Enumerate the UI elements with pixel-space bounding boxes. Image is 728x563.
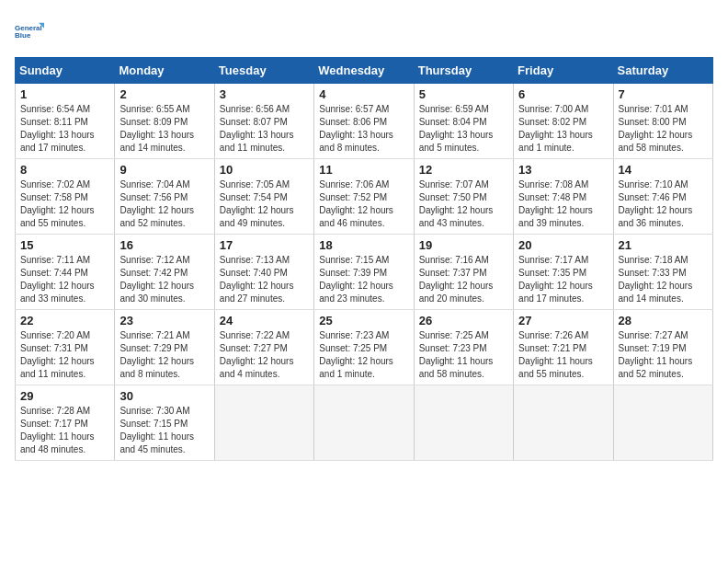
calendar-cell <box>214 385 313 461</box>
col-header-saturday: Saturday <box>613 58 712 84</box>
calendar-cell: 1Sunrise: 6:54 AM Sunset: 8:11 PM Daylig… <box>16 84 115 159</box>
calendar-cell: 6Sunrise: 7:00 AM Sunset: 8:02 PM Daylig… <box>514 84 613 159</box>
page-header: GeneralBlue <box>15 15 713 48</box>
calendar-cell: 14Sunrise: 7:10 AM Sunset: 7:46 PM Dayli… <box>613 159 712 235</box>
calendar-cell: 18Sunrise: 7:15 AM Sunset: 7:39 PM Dayli… <box>314 235 414 310</box>
day-number: 2 <box>119 87 209 101</box>
calendar-cell: 25Sunrise: 7:23 AM Sunset: 7:25 PM Dayli… <box>314 310 414 385</box>
col-header-monday: Monday <box>115 58 214 84</box>
calendar-cell: 23Sunrise: 7:21 AM Sunset: 7:29 PM Dayli… <box>115 310 214 385</box>
day-info: Sunrise: 7:07 AM Sunset: 7:50 PM Dayligh… <box>419 178 508 230</box>
day-number: 24 <box>220 314 309 327</box>
day-number: 10 <box>220 163 309 177</box>
day-number: 6 <box>518 87 608 101</box>
day-info: Sunrise: 7:23 AM Sunset: 7:25 PM Dayligh… <box>319 329 408 381</box>
day-number: 27 <box>518 314 608 327</box>
day-number: 16 <box>119 238 209 252</box>
calendar-cell: 9Sunrise: 7:04 AM Sunset: 7:56 PM Daylig… <box>115 159 214 235</box>
calendar-cell: 2Sunrise: 6:55 AM Sunset: 8:09 PM Daylig… <box>115 84 214 159</box>
day-info: Sunrise: 7:17 AM Sunset: 7:35 PM Dayligh… <box>518 254 608 305</box>
calendar-cell: 4Sunrise: 6:57 AM Sunset: 8:06 PM Daylig… <box>314 84 414 159</box>
day-info: Sunrise: 7:11 AM Sunset: 7:44 PM Dayligh… <box>20 254 109 305</box>
calendar-cell <box>314 385 414 461</box>
calendar-cell: 19Sunrise: 7:16 AM Sunset: 7:37 PM Dayli… <box>414 235 513 310</box>
day-number: 4 <box>319 87 408 101</box>
day-number: 17 <box>220 238 309 252</box>
calendar-cell: 24Sunrise: 7:22 AM Sunset: 7:27 PM Dayli… <box>214 310 313 385</box>
day-number: 18 <box>319 238 408 252</box>
day-info: Sunrise: 7:22 AM Sunset: 7:27 PM Dayligh… <box>220 329 309 381</box>
day-info: Sunrise: 7:01 AM Sunset: 8:00 PM Dayligh… <box>619 103 708 155</box>
day-info: Sunrise: 7:28 AM Sunset: 7:17 PM Dayligh… <box>20 405 109 456</box>
calendar-cell: 10Sunrise: 7:05 AM Sunset: 7:54 PM Dayli… <box>214 159 313 235</box>
calendar-cell: 30Sunrise: 7:30 AM Sunset: 7:15 PM Dayli… <box>115 385 214 461</box>
day-number: 12 <box>419 163 508 177</box>
calendar-row: 1Sunrise: 6:54 AM Sunset: 8:11 PM Daylig… <box>16 84 713 159</box>
calendar-row: 15Sunrise: 7:11 AM Sunset: 7:44 PM Dayli… <box>16 235 713 310</box>
day-info: Sunrise: 7:13 AM Sunset: 7:40 PM Dayligh… <box>220 254 309 305</box>
calendar-table: SundayMondayTuesdayWednesdayThursdayFrid… <box>15 57 713 461</box>
calendar-cell: 28Sunrise: 7:27 AM Sunset: 7:19 PM Dayli… <box>613 310 712 385</box>
day-info: Sunrise: 7:21 AM Sunset: 7:29 PM Dayligh… <box>119 329 209 381</box>
day-info: Sunrise: 7:30 AM Sunset: 7:15 PM Dayligh… <box>119 405 209 456</box>
day-number: 8 <box>20 163 109 177</box>
day-info: Sunrise: 6:55 AM Sunset: 8:09 PM Dayligh… <box>119 103 209 155</box>
calendar-cell: 5Sunrise: 6:59 AM Sunset: 8:04 PM Daylig… <box>414 84 513 159</box>
logo-icon: GeneralBlue <box>15 15 48 48</box>
day-number: 20 <box>518 238 608 252</box>
day-number: 22 <box>20 314 109 327</box>
calendar-cell: 17Sunrise: 7:13 AM Sunset: 7:40 PM Dayli… <box>214 235 313 310</box>
day-info: Sunrise: 7:10 AM Sunset: 7:46 PM Dayligh… <box>619 178 708 230</box>
day-number: 19 <box>419 238 508 252</box>
calendar-cell: 29Sunrise: 7:28 AM Sunset: 7:17 PM Dayli… <box>16 385 115 461</box>
day-number: 25 <box>319 314 408 327</box>
col-header-thursday: Thursday <box>414 58 513 84</box>
day-info: Sunrise: 6:59 AM Sunset: 8:04 PM Dayligh… <box>419 103 508 155</box>
day-number: 15 <box>20 238 109 252</box>
col-header-friday: Friday <box>514 58 613 84</box>
calendar-header-row: SundayMondayTuesdayWednesdayThursdayFrid… <box>16 58 713 84</box>
calendar-cell: 7Sunrise: 7:01 AM Sunset: 8:00 PM Daylig… <box>613 84 712 159</box>
day-number: 5 <box>419 87 508 101</box>
col-header-sunday: Sunday <box>16 58 115 84</box>
calendar-cell: 15Sunrise: 7:11 AM Sunset: 7:44 PM Dayli… <box>16 235 115 310</box>
calendar-row: 22Sunrise: 7:20 AM Sunset: 7:31 PM Dayli… <box>16 310 713 385</box>
day-info: Sunrise: 7:08 AM Sunset: 7:48 PM Dayligh… <box>518 178 608 230</box>
calendar-row: 29Sunrise: 7:28 AM Sunset: 7:17 PM Dayli… <box>16 385 713 461</box>
svg-text:Blue: Blue <box>15 31 31 40</box>
calendar-cell: 8Sunrise: 7:02 AM Sunset: 7:58 PM Daylig… <box>16 159 115 235</box>
calendar-cell: 3Sunrise: 6:56 AM Sunset: 8:07 PM Daylig… <box>214 84 313 159</box>
day-number: 14 <box>619 163 708 177</box>
calendar-cell: 12Sunrise: 7:07 AM Sunset: 7:50 PM Dayli… <box>414 159 513 235</box>
day-info: Sunrise: 7:20 AM Sunset: 7:31 PM Dayligh… <box>20 329 109 381</box>
day-number: 23 <box>119 314 209 327</box>
day-info: Sunrise: 7:05 AM Sunset: 7:54 PM Dayligh… <box>220 178 309 230</box>
calendar-cell <box>414 385 513 461</box>
col-header-tuesday: Tuesday <box>214 58 313 84</box>
day-number: 29 <box>20 389 109 403</box>
day-info: Sunrise: 7:00 AM Sunset: 8:02 PM Dayligh… <box>518 103 608 155</box>
day-number: 9 <box>119 163 209 177</box>
calendar-cell: 20Sunrise: 7:17 AM Sunset: 7:35 PM Dayli… <box>514 235 613 310</box>
day-number: 7 <box>619 87 708 101</box>
calendar-row: 8Sunrise: 7:02 AM Sunset: 7:58 PM Daylig… <box>16 159 713 235</box>
day-number: 21 <box>619 238 708 252</box>
day-info: Sunrise: 6:54 AM Sunset: 8:11 PM Dayligh… <box>20 103 109 155</box>
day-info: Sunrise: 7:26 AM Sunset: 7:21 PM Dayligh… <box>518 329 608 381</box>
calendar-cell: 13Sunrise: 7:08 AM Sunset: 7:48 PM Dayli… <box>514 159 613 235</box>
calendar-cell: 16Sunrise: 7:12 AM Sunset: 7:42 PM Dayli… <box>115 235 214 310</box>
day-info: Sunrise: 7:18 AM Sunset: 7:33 PM Dayligh… <box>619 254 708 305</box>
day-number: 11 <box>319 163 408 177</box>
day-info: Sunrise: 7:25 AM Sunset: 7:23 PM Dayligh… <box>419 329 508 381</box>
calendar-cell <box>514 385 613 461</box>
day-info: Sunrise: 6:57 AM Sunset: 8:06 PM Dayligh… <box>319 103 408 155</box>
calendar-cell: 27Sunrise: 7:26 AM Sunset: 7:21 PM Dayli… <box>514 310 613 385</box>
calendar-cell: 26Sunrise: 7:25 AM Sunset: 7:23 PM Dayli… <box>414 310 513 385</box>
day-info: Sunrise: 7:04 AM Sunset: 7:56 PM Dayligh… <box>119 178 209 230</box>
calendar-cell: 21Sunrise: 7:18 AM Sunset: 7:33 PM Dayli… <box>613 235 712 310</box>
day-info: Sunrise: 7:06 AM Sunset: 7:52 PM Dayligh… <box>319 178 408 230</box>
calendar-cell: 22Sunrise: 7:20 AM Sunset: 7:31 PM Dayli… <box>16 310 115 385</box>
day-info: Sunrise: 7:27 AM Sunset: 7:19 PM Dayligh… <box>619 329 708 381</box>
col-header-wednesday: Wednesday <box>314 58 414 84</box>
calendar-cell <box>613 385 712 461</box>
